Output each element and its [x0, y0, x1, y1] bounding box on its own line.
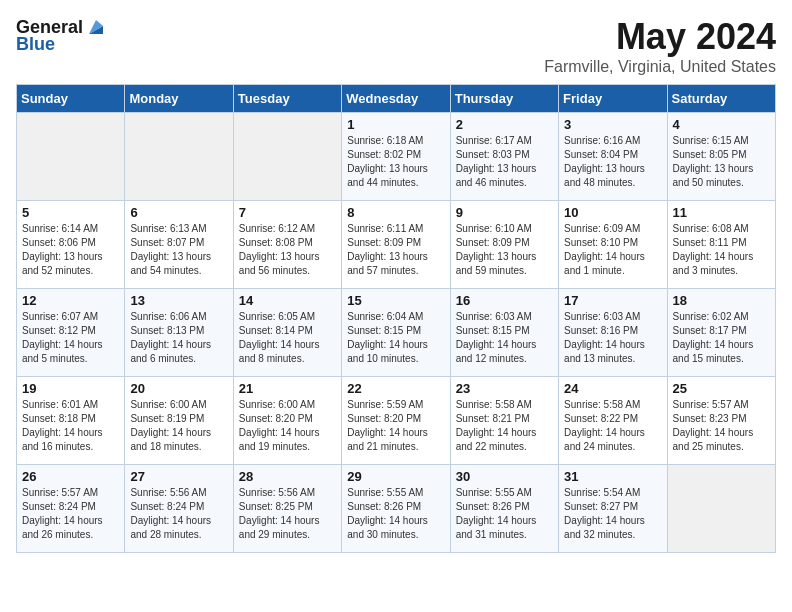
calendar-cell: 24Sunrise: 5:58 AMSunset: 8:22 PMDayligh… [559, 377, 667, 465]
header-day-monday: Monday [125, 85, 233, 113]
day-detail: Sunrise: 5:57 AMSunset: 8:24 PMDaylight:… [22, 486, 119, 542]
calendar-cell: 17Sunrise: 6:03 AMSunset: 8:16 PMDayligh… [559, 289, 667, 377]
calendar-cell: 16Sunrise: 6:03 AMSunset: 8:15 PMDayligh… [450, 289, 558, 377]
day-detail: Sunrise: 6:09 AMSunset: 8:10 PMDaylight:… [564, 222, 661, 278]
day-detail: Sunrise: 5:54 AMSunset: 8:27 PMDaylight:… [564, 486, 661, 542]
day-detail: Sunrise: 5:58 AMSunset: 8:21 PMDaylight:… [456, 398, 553, 454]
calendar-table: SundayMondayTuesdayWednesdayThursdayFrid… [16, 84, 776, 553]
header-day-friday: Friday [559, 85, 667, 113]
day-number: 10 [564, 205, 661, 220]
calendar-cell: 6Sunrise: 6:13 AMSunset: 8:07 PMDaylight… [125, 201, 233, 289]
header-day-tuesday: Tuesday [233, 85, 341, 113]
day-number: 7 [239, 205, 336, 220]
day-number: 19 [22, 381, 119, 396]
logo-icon [85, 16, 107, 38]
day-number: 5 [22, 205, 119, 220]
day-detail: Sunrise: 6:13 AMSunset: 8:07 PMDaylight:… [130, 222, 227, 278]
day-number: 4 [673, 117, 770, 132]
logo: General Blue [16, 16, 107, 55]
day-detail: Sunrise: 6:00 AMSunset: 8:20 PMDaylight:… [239, 398, 336, 454]
days-header-row: SundayMondayTuesdayWednesdayThursdayFrid… [17, 85, 776, 113]
day-number: 13 [130, 293, 227, 308]
day-number: 15 [347, 293, 444, 308]
day-detail: Sunrise: 6:10 AMSunset: 8:09 PMDaylight:… [456, 222, 553, 278]
calendar-cell: 30Sunrise: 5:55 AMSunset: 8:26 PMDayligh… [450, 465, 558, 553]
day-detail: Sunrise: 6:00 AMSunset: 8:19 PMDaylight:… [130, 398, 227, 454]
calendar-cell [667, 465, 775, 553]
day-number: 29 [347, 469, 444, 484]
day-number: 27 [130, 469, 227, 484]
week-row-2: 5Sunrise: 6:14 AMSunset: 8:06 PMDaylight… [17, 201, 776, 289]
day-number: 9 [456, 205, 553, 220]
day-number: 3 [564, 117, 661, 132]
day-number: 8 [347, 205, 444, 220]
calendar-cell: 21Sunrise: 6:00 AMSunset: 8:20 PMDayligh… [233, 377, 341, 465]
day-detail: Sunrise: 5:57 AMSunset: 8:23 PMDaylight:… [673, 398, 770, 454]
calendar-cell: 27Sunrise: 5:56 AMSunset: 8:24 PMDayligh… [125, 465, 233, 553]
day-detail: Sunrise: 6:03 AMSunset: 8:16 PMDaylight:… [564, 310, 661, 366]
calendar-cell: 29Sunrise: 5:55 AMSunset: 8:26 PMDayligh… [342, 465, 450, 553]
day-detail: Sunrise: 5:55 AMSunset: 8:26 PMDaylight:… [347, 486, 444, 542]
calendar-cell: 2Sunrise: 6:17 AMSunset: 8:03 PMDaylight… [450, 113, 558, 201]
calendar-cell: 11Sunrise: 6:08 AMSunset: 8:11 PMDayligh… [667, 201, 775, 289]
logo-blue-text: Blue [16, 34, 55, 55]
header-day-saturday: Saturday [667, 85, 775, 113]
calendar-cell: 7Sunrise: 6:12 AMSunset: 8:08 PMDaylight… [233, 201, 341, 289]
day-number: 28 [239, 469, 336, 484]
day-detail: Sunrise: 6:07 AMSunset: 8:12 PMDaylight:… [22, 310, 119, 366]
calendar-title: May 2024 [544, 16, 776, 58]
day-detail: Sunrise: 6:15 AMSunset: 8:05 PMDaylight:… [673, 134, 770, 190]
calendar-cell: 18Sunrise: 6:02 AMSunset: 8:17 PMDayligh… [667, 289, 775, 377]
week-row-5: 26Sunrise: 5:57 AMSunset: 8:24 PMDayligh… [17, 465, 776, 553]
calendar-cell: 10Sunrise: 6:09 AMSunset: 8:10 PMDayligh… [559, 201, 667, 289]
calendar-cell: 28Sunrise: 5:56 AMSunset: 8:25 PMDayligh… [233, 465, 341, 553]
day-number: 26 [22, 469, 119, 484]
calendar-cell [125, 113, 233, 201]
day-detail: Sunrise: 5:56 AMSunset: 8:24 PMDaylight:… [130, 486, 227, 542]
calendar-cell: 12Sunrise: 6:07 AMSunset: 8:12 PMDayligh… [17, 289, 125, 377]
day-number: 6 [130, 205, 227, 220]
day-number: 1 [347, 117, 444, 132]
day-detail: Sunrise: 6:08 AMSunset: 8:11 PMDaylight:… [673, 222, 770, 278]
calendar-cell: 1Sunrise: 6:18 AMSunset: 8:02 PMDaylight… [342, 113, 450, 201]
calendar-cell: 31Sunrise: 5:54 AMSunset: 8:27 PMDayligh… [559, 465, 667, 553]
day-number: 30 [456, 469, 553, 484]
day-detail: Sunrise: 6:05 AMSunset: 8:14 PMDaylight:… [239, 310, 336, 366]
day-number: 14 [239, 293, 336, 308]
day-number: 20 [130, 381, 227, 396]
calendar-cell: 13Sunrise: 6:06 AMSunset: 8:13 PMDayligh… [125, 289, 233, 377]
page-header: General Blue May 2024 Farmville, Virgini… [16, 16, 776, 76]
calendar-cell: 4Sunrise: 6:15 AMSunset: 8:05 PMDaylight… [667, 113, 775, 201]
day-detail: Sunrise: 6:03 AMSunset: 8:15 PMDaylight:… [456, 310, 553, 366]
day-detail: Sunrise: 6:12 AMSunset: 8:08 PMDaylight:… [239, 222, 336, 278]
day-number: 18 [673, 293, 770, 308]
week-row-3: 12Sunrise: 6:07 AMSunset: 8:12 PMDayligh… [17, 289, 776, 377]
day-number: 12 [22, 293, 119, 308]
day-detail: Sunrise: 5:55 AMSunset: 8:26 PMDaylight:… [456, 486, 553, 542]
day-detail: Sunrise: 6:01 AMSunset: 8:18 PMDaylight:… [22, 398, 119, 454]
calendar-cell: 20Sunrise: 6:00 AMSunset: 8:19 PMDayligh… [125, 377, 233, 465]
day-number: 31 [564, 469, 661, 484]
title-block: May 2024 Farmville, Virginia, United Sta… [544, 16, 776, 76]
calendar-cell: 22Sunrise: 5:59 AMSunset: 8:20 PMDayligh… [342, 377, 450, 465]
day-detail: Sunrise: 6:16 AMSunset: 8:04 PMDaylight:… [564, 134, 661, 190]
calendar-cell [17, 113, 125, 201]
day-detail: Sunrise: 5:58 AMSunset: 8:22 PMDaylight:… [564, 398, 661, 454]
day-detail: Sunrise: 6:17 AMSunset: 8:03 PMDaylight:… [456, 134, 553, 190]
header-day-sunday: Sunday [17, 85, 125, 113]
calendar-cell [233, 113, 341, 201]
calendar-cell: 14Sunrise: 6:05 AMSunset: 8:14 PMDayligh… [233, 289, 341, 377]
calendar-subtitle: Farmville, Virginia, United States [544, 58, 776, 76]
calendar-cell: 8Sunrise: 6:11 AMSunset: 8:09 PMDaylight… [342, 201, 450, 289]
day-number: 23 [456, 381, 553, 396]
calendar-cell: 23Sunrise: 5:58 AMSunset: 8:21 PMDayligh… [450, 377, 558, 465]
day-number: 11 [673, 205, 770, 220]
calendar-cell: 19Sunrise: 6:01 AMSunset: 8:18 PMDayligh… [17, 377, 125, 465]
day-detail: Sunrise: 6:11 AMSunset: 8:09 PMDaylight:… [347, 222, 444, 278]
calendar-cell: 9Sunrise: 6:10 AMSunset: 8:09 PMDaylight… [450, 201, 558, 289]
calendar-cell: 26Sunrise: 5:57 AMSunset: 8:24 PMDayligh… [17, 465, 125, 553]
day-number: 2 [456, 117, 553, 132]
day-detail: Sunrise: 6:06 AMSunset: 8:13 PMDaylight:… [130, 310, 227, 366]
day-number: 25 [673, 381, 770, 396]
calendar-cell: 3Sunrise: 6:16 AMSunset: 8:04 PMDaylight… [559, 113, 667, 201]
